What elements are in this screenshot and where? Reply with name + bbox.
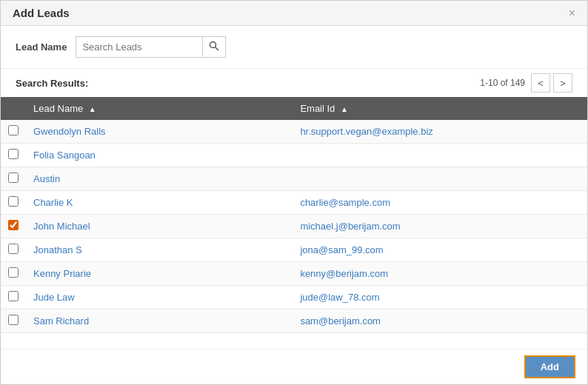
lead-name-cell: Gwendolyn Ralls: [26, 120, 293, 144]
sort-arrow-email: ▲: [341, 105, 348, 113]
lead-name-cell: Kenny Priarie: [26, 262, 293, 286]
search-section: Lead Name: [1, 26, 587, 69]
row-checkbox[interactable]: [8, 149, 19, 159]
dialog-footer: Add: [1, 349, 587, 384]
email-link[interactable]: hr.support.vegan@example.biz: [300, 126, 432, 137]
lead-name-link[interactable]: Charlie K: [33, 197, 73, 208]
email-link[interactable]: jude@law_78.com: [300, 292, 379, 303]
table-row: John Michaelmichael.j@berijam.com: [1, 215, 587, 238]
pagination: 1-10 of 149 < >: [480, 73, 572, 93]
checkbox-cell: [1, 167, 26, 191]
results-label: Search Results:: [16, 78, 88, 89]
add-leads-dialog: Add Leads × Lead Name Search Results: 1-…: [0, 0, 588, 385]
table-row: Austin: [1, 167, 587, 191]
table-row: Charlie Kcharlie@sample.com: [1, 191, 587, 215]
lead-name-link[interactable]: Jonathan S: [33, 244, 82, 255]
search-icon: [209, 41, 219, 51]
table-body: Gwendolyn Rallshr.support.vegan@example.…: [1, 120, 587, 333]
email-id-cell: [293, 144, 587, 167]
lead-name-cell: Jude Law: [26, 286, 293, 309]
table-row: Folia Sangoan: [1, 144, 587, 167]
leads-table: Lead Name ▲ Email Id ▲ Gwendolyn Rallshr…: [1, 97, 587, 333]
checkbox-cell: [1, 215, 26, 238]
svg-point-0: [210, 42, 216, 48]
lead-name-cell: Jonathan S: [26, 238, 293, 262]
table-row: Kenny Priariekenny@berijam.com: [1, 262, 587, 286]
email-id-cell: kenny@berijam.com: [293, 262, 587, 286]
next-page-button[interactable]: >: [553, 73, 572, 93]
row-checkbox[interactable]: [8, 244, 19, 254]
row-checkbox[interactable]: [8, 220, 19, 230]
row-checkbox[interactable]: [8, 173, 19, 183]
lead-name-link[interactable]: Gwendolyn Ralls: [33, 126, 106, 137]
svg-line-1: [216, 47, 219, 51]
row-checkbox[interactable]: [8, 125, 19, 135]
table-header-row: Lead Name ▲ Email Id ▲: [1, 97, 587, 120]
email-id-cell: charlie@sample.com: [293, 191, 587, 215]
results-header: Search Results: 1-10 of 149 < >: [1, 69, 587, 97]
email-link[interactable]: michael.j@berijam.com: [300, 221, 400, 232]
email-link[interactable]: sam@berijam.com: [300, 315, 381, 327]
lead-name-cell: Austin: [26, 167, 293, 191]
table-row: Sam Richardsam@berijam.com: [1, 309, 587, 333]
checkbox-cell: [1, 262, 26, 286]
lead-name-cell: Folia Sangoan: [26, 144, 293, 167]
email-link[interactable]: kenny@berijam.com: [300, 268, 388, 279]
lead-name-header[interactable]: Lead Name ▲: [26, 97, 293, 120]
table-row: Gwendolyn Rallshr.support.vegan@example.…: [1, 120, 587, 144]
checkbox-cell: [1, 286, 26, 309]
table-wrapper: Lead Name ▲ Email Id ▲ Gwendolyn Rallshr…: [1, 97, 587, 349]
checkbox-cell: [1, 191, 26, 215]
lead-name-link[interactable]: Sam Richard: [33, 315, 89, 327]
pagination-info: 1-10 of 149: [480, 78, 525, 88]
checkbox-cell: [1, 144, 26, 167]
checkbox-header: [1, 97, 26, 120]
lead-name-label: Lead Name: [16, 41, 67, 53]
email-id-cell: jude@law_78.com: [293, 286, 587, 309]
email-id-cell: sam@berijam.com: [293, 309, 587, 333]
checkbox-cell: [1, 120, 26, 144]
row-checkbox[interactable]: [8, 315, 19, 325]
email-id-cell: jona@sam_99.com: [293, 238, 587, 262]
email-id-header[interactable]: Email Id ▲: [293, 97, 587, 120]
lead-name-cell: Charlie K: [26, 191, 293, 215]
email-link[interactable]: jona@sam_99.com: [300, 244, 383, 255]
prev-page-button[interactable]: <: [531, 73, 550, 93]
search-input[interactable]: [76, 38, 202, 56]
lead-name-cell: Sam Richard: [26, 309, 293, 333]
row-checkbox[interactable]: [8, 196, 19, 207]
dialog-title: Add Leads: [13, 7, 70, 19]
lead-name-link[interactable]: John Michael: [33, 221, 90, 232]
table-row: Jonathan Sjona@sam_99.com: [1, 238, 587, 262]
checkbox-cell: [1, 238, 26, 262]
lead-name-link[interactable]: Folia Sangoan: [33, 150, 96, 161]
row-checkbox[interactable]: [8, 267, 19, 278]
dialog-header: Add Leads ×: [1, 1, 587, 26]
row-checkbox[interactable]: [8, 291, 19, 301]
lead-name-link[interactable]: Kenny Priarie: [33, 268, 91, 279]
search-input-wrapper: [76, 36, 226, 58]
email-link[interactable]: charlie@sample.com: [300, 197, 390, 208]
sort-arrow-lead-name: ▲: [89, 105, 96, 113]
email-id-cell: hr.support.vegan@example.biz: [293, 120, 587, 144]
lead-name-link[interactable]: Austin: [33, 173, 60, 184]
email-id-cell: [293, 167, 587, 191]
checkbox-cell: [1, 309, 26, 333]
add-button[interactable]: Add: [524, 355, 575, 378]
search-button[interactable]: [202, 37, 225, 57]
lead-name-link[interactable]: Jude Law: [33, 292, 75, 303]
email-id-cell: michael.j@berijam.com: [293, 215, 587, 238]
table-row: Jude Lawjude@law_78.com: [1, 286, 587, 309]
close-button[interactable]: ×: [569, 7, 575, 19]
lead-name-cell: John Michael: [26, 215, 293, 238]
